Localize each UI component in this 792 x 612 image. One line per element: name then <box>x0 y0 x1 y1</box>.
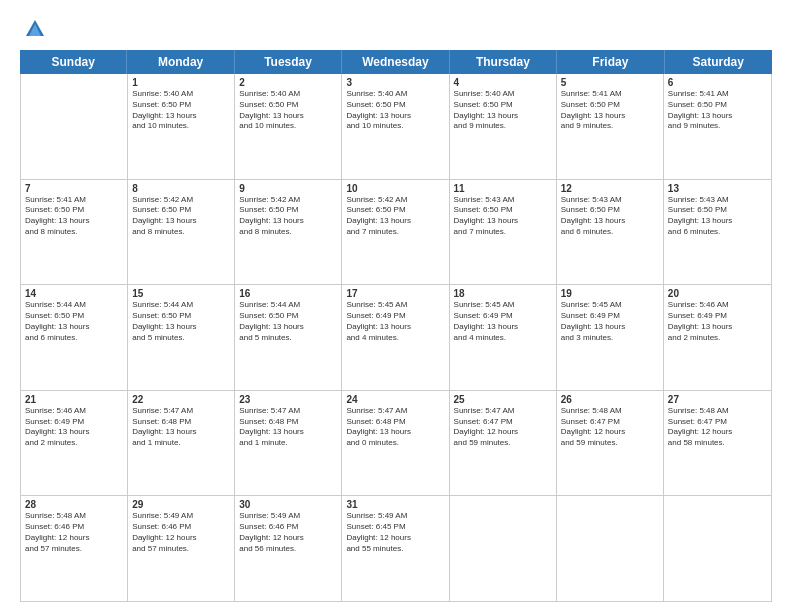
cell-info: Sunrise: 5:42 AM Sunset: 6:50 PM Dayligh… <box>239 195 337 238</box>
calendar-cell: 26Sunrise: 5:48 AM Sunset: 6:47 PM Dayli… <box>557 391 664 496</box>
cell-info: Sunrise: 5:45 AM Sunset: 6:49 PM Dayligh… <box>561 300 659 343</box>
calendar-cell: 12Sunrise: 5:43 AM Sunset: 6:50 PM Dayli… <box>557 180 664 285</box>
day-number: 23 <box>239 394 337 405</box>
header-day-friday: Friday <box>557 50 664 74</box>
cell-info: Sunrise: 5:48 AM Sunset: 6:47 PM Dayligh… <box>668 406 767 449</box>
calendar-cell: 8Sunrise: 5:42 AM Sunset: 6:50 PM Daylig… <box>128 180 235 285</box>
cell-info: Sunrise: 5:45 AM Sunset: 6:49 PM Dayligh… <box>346 300 444 343</box>
day-number: 30 <box>239 499 337 510</box>
header-day-monday: Monday <box>127 50 234 74</box>
day-number: 20 <box>668 288 767 299</box>
header-day-thursday: Thursday <box>450 50 557 74</box>
calendar-cell: 25Sunrise: 5:47 AM Sunset: 6:47 PM Dayli… <box>450 391 557 496</box>
calendar-cell: 19Sunrise: 5:45 AM Sunset: 6:49 PM Dayli… <box>557 285 664 390</box>
header-day-wednesday: Wednesday <box>342 50 449 74</box>
day-number: 24 <box>346 394 444 405</box>
cell-info: Sunrise: 5:40 AM Sunset: 6:50 PM Dayligh… <box>454 89 552 132</box>
calendar-cell: 14Sunrise: 5:44 AM Sunset: 6:50 PM Dayli… <box>21 285 128 390</box>
calendar-cell <box>450 496 557 601</box>
day-number: 28 <box>25 499 123 510</box>
cell-info: Sunrise: 5:40 AM Sunset: 6:50 PM Dayligh… <box>132 89 230 132</box>
day-number: 14 <box>25 288 123 299</box>
calendar-cell: 6Sunrise: 5:41 AM Sunset: 6:50 PM Daylig… <box>664 74 771 179</box>
cell-info: Sunrise: 5:46 AM Sunset: 6:49 PM Dayligh… <box>25 406 123 449</box>
calendar-cell: 21Sunrise: 5:46 AM Sunset: 6:49 PM Dayli… <box>21 391 128 496</box>
cell-info: Sunrise: 5:43 AM Sunset: 6:50 PM Dayligh… <box>561 195 659 238</box>
calendar-cell: 10Sunrise: 5:42 AM Sunset: 6:50 PM Dayli… <box>342 180 449 285</box>
day-number: 8 <box>132 183 230 194</box>
cell-info: Sunrise: 5:44 AM Sunset: 6:50 PM Dayligh… <box>132 300 230 343</box>
cell-info: Sunrise: 5:43 AM Sunset: 6:50 PM Dayligh… <box>454 195 552 238</box>
calendar-cell: 4Sunrise: 5:40 AM Sunset: 6:50 PM Daylig… <box>450 74 557 179</box>
calendar-cell <box>664 496 771 601</box>
cell-info: Sunrise: 5:41 AM Sunset: 6:50 PM Dayligh… <box>668 89 767 132</box>
calendar-cell: 27Sunrise: 5:48 AM Sunset: 6:47 PM Dayli… <box>664 391 771 496</box>
cell-info: Sunrise: 5:42 AM Sunset: 6:50 PM Dayligh… <box>132 195 230 238</box>
calendar-cell: 31Sunrise: 5:49 AM Sunset: 6:45 PM Dayli… <box>342 496 449 601</box>
calendar: SundayMondayTuesdayWednesdayThursdayFrid… <box>20 50 772 602</box>
calendar-cell: 20Sunrise: 5:46 AM Sunset: 6:49 PM Dayli… <box>664 285 771 390</box>
calendar-row-4: 21Sunrise: 5:46 AM Sunset: 6:49 PM Dayli… <box>21 391 771 497</box>
calendar-row-3: 14Sunrise: 5:44 AM Sunset: 6:50 PM Dayli… <box>21 285 771 391</box>
cell-info: Sunrise: 5:49 AM Sunset: 6:45 PM Dayligh… <box>346 511 444 554</box>
day-number: 4 <box>454 77 552 88</box>
calendar-cell: 9Sunrise: 5:42 AM Sunset: 6:50 PM Daylig… <box>235 180 342 285</box>
day-number: 5 <box>561 77 659 88</box>
day-number: 27 <box>668 394 767 405</box>
cell-info: Sunrise: 5:48 AM Sunset: 6:46 PM Dayligh… <box>25 511 123 554</box>
calendar-cell: 18Sunrise: 5:45 AM Sunset: 6:49 PM Dayli… <box>450 285 557 390</box>
calendar-cell: 1Sunrise: 5:40 AM Sunset: 6:50 PM Daylig… <box>128 74 235 179</box>
cell-info: Sunrise: 5:41 AM Sunset: 6:50 PM Dayligh… <box>561 89 659 132</box>
day-number: 12 <box>561 183 659 194</box>
cell-info: Sunrise: 5:46 AM Sunset: 6:49 PM Dayligh… <box>668 300 767 343</box>
cell-info: Sunrise: 5:47 AM Sunset: 6:48 PM Dayligh… <box>346 406 444 449</box>
day-number: 18 <box>454 288 552 299</box>
calendar-cell: 13Sunrise: 5:43 AM Sunset: 6:50 PM Dayli… <box>664 180 771 285</box>
cell-info: Sunrise: 5:40 AM Sunset: 6:50 PM Dayligh… <box>346 89 444 132</box>
day-number: 13 <box>668 183 767 194</box>
cell-info: Sunrise: 5:45 AM Sunset: 6:49 PM Dayligh… <box>454 300 552 343</box>
cell-info: Sunrise: 5:42 AM Sunset: 6:50 PM Dayligh… <box>346 195 444 238</box>
day-number: 29 <box>132 499 230 510</box>
day-number: 10 <box>346 183 444 194</box>
calendar-header: SundayMondayTuesdayWednesdayThursdayFrid… <box>20 50 772 74</box>
calendar-cell: 15Sunrise: 5:44 AM Sunset: 6:50 PM Dayli… <box>128 285 235 390</box>
cell-info: Sunrise: 5:41 AM Sunset: 6:50 PM Dayligh… <box>25 195 123 238</box>
calendar-cell: 17Sunrise: 5:45 AM Sunset: 6:49 PM Dayli… <box>342 285 449 390</box>
calendar-cell: 24Sunrise: 5:47 AM Sunset: 6:48 PM Dayli… <box>342 391 449 496</box>
cell-info: Sunrise: 5:44 AM Sunset: 6:50 PM Dayligh… <box>239 300 337 343</box>
header-day-sunday: Sunday <box>20 50 127 74</box>
day-number: 7 <box>25 183 123 194</box>
cell-info: Sunrise: 5:48 AM Sunset: 6:47 PM Dayligh… <box>561 406 659 449</box>
cell-info: Sunrise: 5:43 AM Sunset: 6:50 PM Dayligh… <box>668 195 767 238</box>
day-number: 17 <box>346 288 444 299</box>
calendar-cell: 22Sunrise: 5:47 AM Sunset: 6:48 PM Dayli… <box>128 391 235 496</box>
header <box>20 18 772 40</box>
day-number: 9 <box>239 183 337 194</box>
cell-info: Sunrise: 5:47 AM Sunset: 6:48 PM Dayligh… <box>239 406 337 449</box>
header-day-saturday: Saturday <box>665 50 772 74</box>
logo-icon <box>24 18 46 40</box>
calendar-cell: 29Sunrise: 5:49 AM Sunset: 6:46 PM Dayli… <box>128 496 235 601</box>
day-number: 2 <box>239 77 337 88</box>
day-number: 1 <box>132 77 230 88</box>
calendar-row-2: 7Sunrise: 5:41 AM Sunset: 6:50 PM Daylig… <box>21 180 771 286</box>
calendar-cell: 3Sunrise: 5:40 AM Sunset: 6:50 PM Daylig… <box>342 74 449 179</box>
calendar-cell: 28Sunrise: 5:48 AM Sunset: 6:46 PM Dayli… <box>21 496 128 601</box>
calendar-cell <box>557 496 664 601</box>
cell-info: Sunrise: 5:47 AM Sunset: 6:48 PM Dayligh… <box>132 406 230 449</box>
calendar-cell <box>21 74 128 179</box>
cell-info: Sunrise: 5:49 AM Sunset: 6:46 PM Dayligh… <box>132 511 230 554</box>
calendar-cell: 5Sunrise: 5:41 AM Sunset: 6:50 PM Daylig… <box>557 74 664 179</box>
day-number: 15 <box>132 288 230 299</box>
logo <box>20 18 46 40</box>
day-number: 16 <box>239 288 337 299</box>
calendar-body: 1Sunrise: 5:40 AM Sunset: 6:50 PM Daylig… <box>20 74 772 602</box>
day-number: 26 <box>561 394 659 405</box>
cell-info: Sunrise: 5:40 AM Sunset: 6:50 PM Dayligh… <box>239 89 337 132</box>
header-day-tuesday: Tuesday <box>235 50 342 74</box>
day-number: 11 <box>454 183 552 194</box>
calendar-row-5: 28Sunrise: 5:48 AM Sunset: 6:46 PM Dayli… <box>21 496 771 601</box>
calendar-row-1: 1Sunrise: 5:40 AM Sunset: 6:50 PM Daylig… <box>21 74 771 180</box>
calendar-cell: 23Sunrise: 5:47 AM Sunset: 6:48 PM Dayli… <box>235 391 342 496</box>
